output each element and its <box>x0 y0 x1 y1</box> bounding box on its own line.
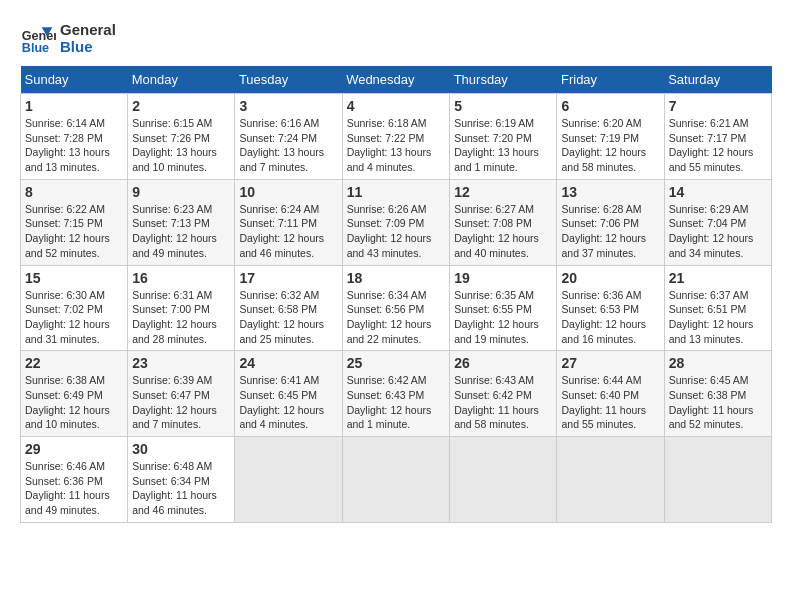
day-info: Sunrise: 6:34 AM Sunset: 6:56 PM Dayligh… <box>347 288 446 347</box>
calendar-cell: 13Sunrise: 6:28 AM Sunset: 7:06 PM Dayli… <box>557 179 664 265</box>
day-number: 14 <box>669 184 767 200</box>
weekday-header-sunday: Sunday <box>21 66 128 94</box>
day-number: 23 <box>132 355 230 371</box>
calendar-cell: 21Sunrise: 6:37 AM Sunset: 6:51 PM Dayli… <box>664 265 771 351</box>
calendar-cell: 3Sunrise: 6:16 AM Sunset: 7:24 PM Daylig… <box>235 94 342 180</box>
day-number: 10 <box>239 184 337 200</box>
day-info: Sunrise: 6:48 AM Sunset: 6:34 PM Dayligh… <box>132 459 230 518</box>
day-info: Sunrise: 6:32 AM Sunset: 6:58 PM Dayligh… <box>239 288 337 347</box>
calendar-cell: 6Sunrise: 6:20 AM Sunset: 7:19 PM Daylig… <box>557 94 664 180</box>
weekday-header-monday: Monday <box>128 66 235 94</box>
calendar-cell: 29Sunrise: 6:46 AM Sunset: 6:36 PM Dayli… <box>21 437 128 523</box>
day-number: 5 <box>454 98 552 114</box>
day-number: 22 <box>25 355 123 371</box>
day-number: 29 <box>25 441 123 457</box>
calendar-cell: 10Sunrise: 6:24 AM Sunset: 7:11 PM Dayli… <box>235 179 342 265</box>
weekday-header-thursday: Thursday <box>450 66 557 94</box>
day-number: 8 <box>25 184 123 200</box>
calendar-cell <box>235 437 342 523</box>
day-number: 21 <box>669 270 767 286</box>
calendar-cell: 30Sunrise: 6:48 AM Sunset: 6:34 PM Dayli… <box>128 437 235 523</box>
day-info: Sunrise: 6:23 AM Sunset: 7:13 PM Dayligh… <box>132 202 230 261</box>
day-info: Sunrise: 6:26 AM Sunset: 7:09 PM Dayligh… <box>347 202 446 261</box>
logo-icon: General Blue <box>20 20 56 56</box>
calendar-cell: 27Sunrise: 6:44 AM Sunset: 6:40 PM Dayli… <box>557 351 664 437</box>
calendar-cell: 4Sunrise: 6:18 AM Sunset: 7:22 PM Daylig… <box>342 94 450 180</box>
day-number: 28 <box>669 355 767 371</box>
calendar-cell: 12Sunrise: 6:27 AM Sunset: 7:08 PM Dayli… <box>450 179 557 265</box>
day-number: 11 <box>347 184 446 200</box>
day-info: Sunrise: 6:19 AM Sunset: 7:20 PM Dayligh… <box>454 116 552 175</box>
svg-text:Blue: Blue <box>22 41 49 55</box>
day-info: Sunrise: 6:24 AM Sunset: 7:11 PM Dayligh… <box>239 202 337 261</box>
day-info: Sunrise: 6:44 AM Sunset: 6:40 PM Dayligh… <box>561 373 659 432</box>
calendar-cell: 16Sunrise: 6:31 AM Sunset: 7:00 PM Dayli… <box>128 265 235 351</box>
day-info: Sunrise: 6:37 AM Sunset: 6:51 PM Dayligh… <box>669 288 767 347</box>
day-number: 7 <box>669 98 767 114</box>
day-info: Sunrise: 6:41 AM Sunset: 6:45 PM Dayligh… <box>239 373 337 432</box>
day-number: 2 <box>132 98 230 114</box>
day-number: 4 <box>347 98 446 114</box>
day-info: Sunrise: 6:21 AM Sunset: 7:17 PM Dayligh… <box>669 116 767 175</box>
logo-general: General <box>60 21 116 38</box>
calendar-cell: 14Sunrise: 6:29 AM Sunset: 7:04 PM Dayli… <box>664 179 771 265</box>
day-number: 13 <box>561 184 659 200</box>
day-number: 20 <box>561 270 659 286</box>
day-info: Sunrise: 6:14 AM Sunset: 7:28 PM Dayligh… <box>25 116 123 175</box>
day-info: Sunrise: 6:20 AM Sunset: 7:19 PM Dayligh… <box>561 116 659 175</box>
day-number: 9 <box>132 184 230 200</box>
weekday-header-row: SundayMondayTuesdayWednesdayThursdayFrid… <box>21 66 772 94</box>
calendar-cell: 9Sunrise: 6:23 AM Sunset: 7:13 PM Daylig… <box>128 179 235 265</box>
calendar-cell: 17Sunrise: 6:32 AM Sunset: 6:58 PM Dayli… <box>235 265 342 351</box>
day-info: Sunrise: 6:18 AM Sunset: 7:22 PM Dayligh… <box>347 116 446 175</box>
calendar-cell: 18Sunrise: 6:34 AM Sunset: 6:56 PM Dayli… <box>342 265 450 351</box>
day-info: Sunrise: 6:27 AM Sunset: 7:08 PM Dayligh… <box>454 202 552 261</box>
day-info: Sunrise: 6:43 AM Sunset: 6:42 PM Dayligh… <box>454 373 552 432</box>
day-info: Sunrise: 6:38 AM Sunset: 6:49 PM Dayligh… <box>25 373 123 432</box>
logo: General Blue General Blue <box>20 20 116 56</box>
calendar-cell: 15Sunrise: 6:30 AM Sunset: 7:02 PM Dayli… <box>21 265 128 351</box>
day-number: 18 <box>347 270 446 286</box>
calendar-cell <box>557 437 664 523</box>
day-info: Sunrise: 6:30 AM Sunset: 7:02 PM Dayligh… <box>25 288 123 347</box>
weekday-header-tuesday: Tuesday <box>235 66 342 94</box>
day-info: Sunrise: 6:16 AM Sunset: 7:24 PM Dayligh… <box>239 116 337 175</box>
calendar-cell: 5Sunrise: 6:19 AM Sunset: 7:20 PM Daylig… <box>450 94 557 180</box>
week-row-5: 29Sunrise: 6:46 AM Sunset: 6:36 PM Dayli… <box>21 437 772 523</box>
calendar-table: SundayMondayTuesdayWednesdayThursdayFrid… <box>20 66 772 523</box>
weekday-header-friday: Friday <box>557 66 664 94</box>
day-number: 3 <box>239 98 337 114</box>
calendar-cell: 24Sunrise: 6:41 AM Sunset: 6:45 PM Dayli… <box>235 351 342 437</box>
calendar-cell: 22Sunrise: 6:38 AM Sunset: 6:49 PM Dayli… <box>21 351 128 437</box>
day-info: Sunrise: 6:42 AM Sunset: 6:43 PM Dayligh… <box>347 373 446 432</box>
day-number: 19 <box>454 270 552 286</box>
day-info: Sunrise: 6:45 AM Sunset: 6:38 PM Dayligh… <box>669 373 767 432</box>
calendar-cell: 23Sunrise: 6:39 AM Sunset: 6:47 PM Dayli… <box>128 351 235 437</box>
day-info: Sunrise: 6:39 AM Sunset: 6:47 PM Dayligh… <box>132 373 230 432</box>
week-row-3: 15Sunrise: 6:30 AM Sunset: 7:02 PM Dayli… <box>21 265 772 351</box>
page-header: General Blue General Blue <box>20 20 772 56</box>
weekday-header-wednesday: Wednesday <box>342 66 450 94</box>
calendar-cell: 20Sunrise: 6:36 AM Sunset: 6:53 PM Dayli… <box>557 265 664 351</box>
day-number: 24 <box>239 355 337 371</box>
week-row-4: 22Sunrise: 6:38 AM Sunset: 6:49 PM Dayli… <box>21 351 772 437</box>
day-number: 17 <box>239 270 337 286</box>
calendar-cell <box>450 437 557 523</box>
logo-blue: Blue <box>60 38 116 55</box>
day-number: 30 <box>132 441 230 457</box>
day-number: 16 <box>132 270 230 286</box>
calendar-cell: 7Sunrise: 6:21 AM Sunset: 7:17 PM Daylig… <box>664 94 771 180</box>
calendar-cell <box>664 437 771 523</box>
week-row-1: 1Sunrise: 6:14 AM Sunset: 7:28 PM Daylig… <box>21 94 772 180</box>
calendar-cell: 25Sunrise: 6:42 AM Sunset: 6:43 PM Dayli… <box>342 351 450 437</box>
day-number: 1 <box>25 98 123 114</box>
day-info: Sunrise: 6:29 AM Sunset: 7:04 PM Dayligh… <box>669 202 767 261</box>
calendar-cell: 1Sunrise: 6:14 AM Sunset: 7:28 PM Daylig… <box>21 94 128 180</box>
day-info: Sunrise: 6:36 AM Sunset: 6:53 PM Dayligh… <box>561 288 659 347</box>
day-info: Sunrise: 6:31 AM Sunset: 7:00 PM Dayligh… <box>132 288 230 347</box>
calendar-cell: 19Sunrise: 6:35 AM Sunset: 6:55 PM Dayli… <box>450 265 557 351</box>
calendar-cell: 26Sunrise: 6:43 AM Sunset: 6:42 PM Dayli… <box>450 351 557 437</box>
day-number: 25 <box>347 355 446 371</box>
calendar-cell <box>342 437 450 523</box>
day-number: 15 <box>25 270 123 286</box>
